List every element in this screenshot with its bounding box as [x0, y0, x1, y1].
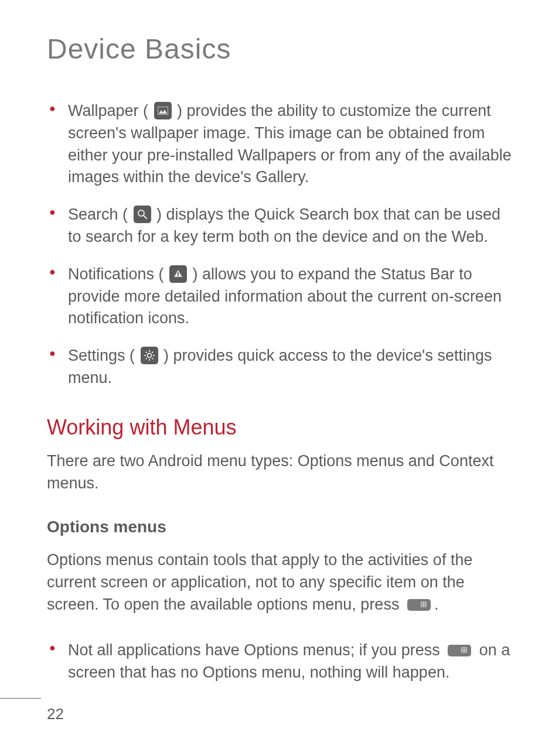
settings-icon [141, 347, 158, 364]
wallpaper-icon [154, 102, 172, 119]
page-number: 22 [47, 705, 64, 723]
list-item: Search ( ) displays the Quick Search box… [47, 204, 512, 248]
options-note-list: Not all applications have Options menus;… [47, 639, 512, 684]
paren-close: ) [173, 102, 183, 119]
svg-line-12 [145, 358, 146, 359]
feature-term: Settings [68, 347, 125, 364]
menu-key-icon [446, 644, 472, 658]
svg-line-10 [145, 352, 146, 353]
paren-open: ( [143, 102, 153, 119]
search-icon [134, 206, 151, 223]
list-item: Settings ( ) provides quick ac [47, 345, 512, 389]
paren-open: ( [159, 265, 169, 283]
sub-intro-after: . [434, 596, 439, 613]
menu-key-icon [406, 598, 432, 612]
list-item: Notifications ( ) allows you to expand t… [47, 264, 512, 330]
svg-line-2 [144, 215, 146, 218]
svg-rect-3 [178, 272, 179, 275]
page-title: Device Basics [47, 33, 512, 65]
bullet-before: Not all applications have Options menus;… [68, 641, 444, 659]
paren-open: ( [122, 206, 132, 223]
sub-heading: Options menus [47, 518, 512, 536]
svg-point-5 [147, 354, 151, 358]
paren-close: ) [188, 265, 198, 283]
feature-text: displays the Quick Search box that can b… [68, 206, 500, 245]
feature-list: Wallpaper ( ) provides the ability to cu… [47, 100, 512, 389]
paren-close: ) [152, 206, 162, 223]
notifications-icon [169, 265, 187, 283]
section-intro: There are two Android menu types: Option… [47, 450, 512, 495]
list-item: Not all applications have Options menus;… [47, 639, 512, 684]
section-heading: Working with Menus [47, 415, 512, 440]
feature-term: Search [68, 206, 118, 223]
list-item: Wallpaper ( ) provides the ability to cu… [47, 100, 512, 189]
svg-line-13 [152, 352, 153, 353]
feature-term: Wallpaper [68, 102, 139, 119]
page-number-rule [0, 698, 41, 699]
svg-rect-4 [178, 275, 179, 276]
paren-close: ) [159, 347, 169, 364]
paren-open: ( [129, 347, 139, 364]
feature-term: Notifications [68, 265, 154, 283]
svg-line-11 [152, 358, 153, 359]
options-menu-description: Options menus contain tools that apply t… [47, 549, 512, 615]
